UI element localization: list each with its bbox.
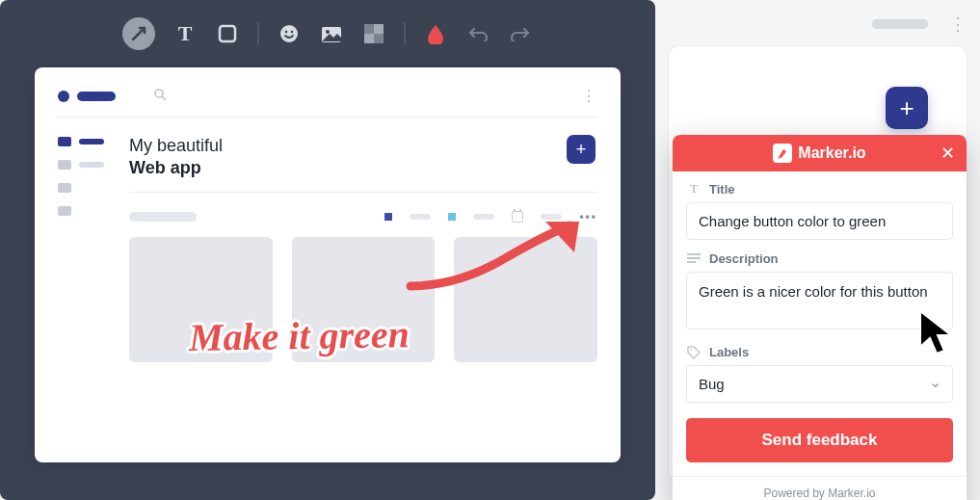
status-dot[interactable] bbox=[448, 213, 456, 221]
redo-button[interactable] bbox=[508, 21, 533, 46]
content-card[interactable] bbox=[129, 237, 273, 362]
close-button[interactable]: ✕ bbox=[940, 143, 955, 164]
page-title: My beautifulWeb app bbox=[129, 135, 223, 178]
feedback-panel: Marker.io ✕ T Title Description Green is… bbox=[673, 135, 967, 500]
arrow-icon bbox=[130, 25, 147, 42]
title-label: Title bbox=[709, 182, 735, 197]
color-tool[interactable] bbox=[423, 21, 448, 46]
description-field-icon bbox=[686, 253, 702, 265]
svg-rect-0 bbox=[220, 26, 235, 41]
emoji-icon bbox=[278, 23, 300, 44]
svg-point-5 bbox=[326, 30, 330, 34]
feedback-launcher-button[interactable]: + bbox=[886, 87, 928, 129]
rectangle-tool[interactable] bbox=[215, 21, 240, 46]
svg-point-1 bbox=[280, 25, 298, 42]
search-input[interactable] bbox=[154, 89, 581, 104]
app-sidebar bbox=[58, 129, 125, 362]
placeholder-pill bbox=[129, 212, 197, 222]
content-card[interactable] bbox=[292, 237, 436, 362]
labels-select[interactable]: Bug bbox=[686, 365, 953, 403]
blur-icon bbox=[364, 24, 384, 43]
title-field-icon: T bbox=[686, 181, 702, 197]
sidebar-item[interactable] bbox=[58, 137, 125, 146]
sidebar-item[interactable] bbox=[58, 183, 125, 193]
image-icon bbox=[321, 24, 342, 43]
more-icon[interactable]: ••• bbox=[579, 210, 597, 224]
undo-button[interactable] bbox=[465, 21, 490, 46]
content-card[interactable] bbox=[454, 237, 597, 362]
add-button[interactable]: + bbox=[567, 135, 596, 164]
image-tool[interactable] bbox=[319, 21, 344, 46]
placeholder-dash bbox=[541, 214, 562, 220]
status-dot[interactable] bbox=[384, 213, 392, 221]
title-input[interactable] bbox=[686, 202, 953, 240]
labels-field-icon bbox=[686, 346, 702, 359]
placeholder-dash bbox=[410, 214, 431, 220]
header-menu-icon[interactable]: ⋮ bbox=[581, 87, 597, 105]
text-tool[interactable]: T bbox=[172, 21, 198, 46]
toolbar-divider bbox=[404, 22, 406, 45]
svg-point-11 bbox=[690, 349, 692, 351]
description-label: Description bbox=[709, 251, 779, 266]
sidebar-item[interactable] bbox=[58, 206, 125, 216]
logo-icon bbox=[58, 91, 69, 102]
marker-logo-icon bbox=[773, 144, 792, 163]
panel-footer[interactable]: Powered by Marker.io bbox=[673, 476, 967, 500]
undo-icon bbox=[468, 26, 488, 41]
svg-rect-9 bbox=[374, 34, 384, 43]
panel-brand-name: Marker.io bbox=[798, 145, 865, 162]
logo-text-placeholder bbox=[77, 92, 116, 101]
blur-tool[interactable] bbox=[361, 21, 386, 46]
bg-menu-icon[interactable]: ⋮ bbox=[949, 13, 967, 35]
toolbar: T bbox=[0, 0, 655, 67]
svg-rect-8 bbox=[364, 34, 374, 43]
toolbar-divider bbox=[257, 22, 259, 45]
panel-header: Marker.io ✕ bbox=[673, 135, 967, 171]
emoji-tool[interactable] bbox=[277, 21, 302, 46]
search-icon bbox=[154, 89, 167, 101]
rectangle-icon bbox=[218, 24, 237, 43]
svg-point-10 bbox=[155, 90, 163, 97]
annotation-editor: T ⋮ bbox=[0, 0, 655, 500]
svg-rect-7 bbox=[374, 24, 384, 34]
bg-placeholder bbox=[872, 19, 928, 29]
description-input[interactable]: Green is a nicer color for this button bbox=[686, 272, 953, 329]
filter-bar: ••• bbox=[129, 210, 597, 224]
svg-rect-6 bbox=[364, 24, 374, 34]
sidebar-item[interactable] bbox=[58, 160, 125, 170]
svg-point-2 bbox=[285, 31, 288, 34]
svg-point-3 bbox=[291, 31, 294, 34]
droplet-icon bbox=[426, 23, 445, 44]
app-header: ⋮ bbox=[58, 87, 597, 118]
labels-label: Labels bbox=[709, 345, 749, 359]
placeholder-dash bbox=[473, 214, 494, 220]
send-feedback-button[interactable]: Send feedback bbox=[686, 418, 953, 462]
screenshot-canvas: ⋮ My beautifulWeb app + bbox=[35, 67, 621, 462]
arrow-tool[interactable] bbox=[122, 17, 155, 50]
redo-icon bbox=[511, 26, 530, 41]
calendar-icon[interactable] bbox=[512, 211, 523, 223]
